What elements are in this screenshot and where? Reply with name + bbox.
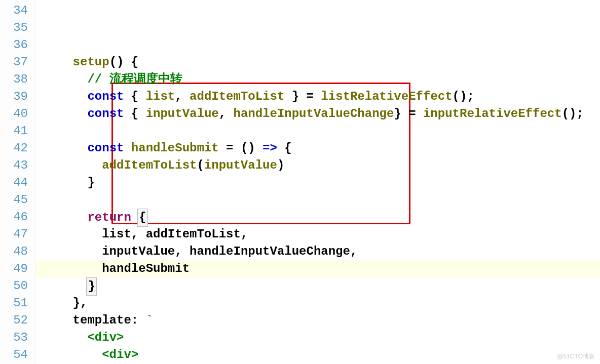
- code-editor[interactable]: 3435363738394041424344454647484950515253…: [0, 0, 600, 364]
- token-pun: () {: [109, 55, 139, 69]
- token-pun: [219, 141, 226, 155]
- code-line[interactable]: const handleSubmit = () => {: [44, 140, 600, 157]
- line-number: 35: [0, 19, 28, 36]
- token-pun: ,: [219, 107, 234, 120]
- token-prop: template: [73, 313, 131, 327]
- code-line[interactable]: addItemToList(inputValue): [44, 157, 600, 174]
- line-number: 45: [0, 191, 28, 209]
- code-line[interactable]: template: `: [44, 312, 600, 329]
- code-line[interactable]: }: [44, 277, 600, 295]
- token-pun: ): [277, 158, 284, 172]
- code-line[interactable]: [44, 123, 600, 140]
- token-pun: } =: [284, 90, 321, 103]
- line-number: 49: [0, 260, 28, 277]
- token-prop: handleInputValueChange: [190, 245, 350, 258]
- token-pun: ,: [175, 245, 190, 258]
- token-prop: addItemToList: [146, 227, 241, 241]
- code-line[interactable]: setup() {: [44, 54, 600, 71]
- token-fn: listRelativeEffect: [321, 90, 452, 103]
- token-prop: handleSubmit: [102, 262, 190, 275]
- token-pun: {: [277, 141, 292, 155]
- line-number: 36: [0, 36, 28, 54]
- token-pun: }: [86, 277, 96, 296]
- token-pun: } =: [394, 107, 423, 120]
- code-line[interactable]: },: [44, 295, 600, 312]
- token-var: inputValue: [204, 158, 277, 172]
- token-pun: ,: [241, 227, 248, 241]
- token-pun: {: [124, 107, 145, 120]
- token-tmpl: `: [146, 313, 153, 327]
- line-number: 53: [0, 329, 28, 346]
- code-line[interactable]: const { inputValue, handleInputValueChan…: [44, 105, 600, 123]
- line-number: 39: [0, 88, 28, 105]
- token-pun: (): [241, 141, 255, 155]
- token-prop: inputValue: [102, 245, 175, 258]
- code-line[interactable]: [44, 191, 600, 209]
- token-pun: }: [87, 176, 94, 189]
- token-prop: list: [102, 227, 131, 241]
- token-var: handleSubmit: [131, 141, 219, 155]
- code-line[interactable]: handleSubmit: [44, 260, 600, 277]
- code-line[interactable]: return {: [44, 209, 600, 226]
- token-var: inputValue: [146, 107, 219, 120]
- code-line[interactable]: inputValue, handleInputValueChange,: [44, 243, 600, 260]
- token-var: addItemToList: [190, 90, 284, 103]
- line-number: 37: [0, 54, 28, 71]
- token-tmpl: <div>: [87, 331, 124, 344]
- code-area[interactable]: setup() { // 流程调度中转 const { list, addIte…: [35, 0, 600, 364]
- line-number-gutter: 3435363738394041424344454647484950515253…: [0, 0, 35, 364]
- line-number: 51: [0, 295, 28, 312]
- line-number: 46: [0, 209, 28, 226]
- line-number: 42: [0, 140, 28, 157]
- watermark: @51CTO博客: [557, 352, 595, 361]
- token-pun: },: [73, 296, 88, 310]
- token-fn: inputRelativeEffect: [423, 107, 562, 120]
- token-var: list: [146, 90, 175, 103]
- token-pun: {: [124, 90, 145, 103]
- line-number: 40: [0, 105, 28, 123]
- code-line[interactable]: // 流程调度中转: [44, 71, 600, 88]
- token-pun: [255, 141, 262, 155]
- code-line[interactable]: }: [44, 174, 600, 191]
- token-pun: ,: [131, 227, 146, 241]
- token-pun: :: [131, 313, 146, 327]
- token-tmpl: <div>: [102, 348, 138, 361]
- code-line[interactable]: list, addItemToList,: [44, 226, 600, 243]
- token-op: =: [226, 141, 233, 155]
- token-fn: addItemToList: [102, 158, 197, 172]
- line-number: 38: [0, 71, 28, 88]
- line-number: 52: [0, 312, 28, 329]
- token-pun: {: [137, 209, 147, 227]
- code-line[interactable]: const { list, addItemToList } = listRela…: [44, 88, 600, 105]
- code-line[interactable]: <div>: [44, 346, 600, 363]
- line-number: 47: [0, 226, 28, 243]
- token-pun: ,: [350, 245, 357, 258]
- token-pun: ();: [562, 107, 584, 120]
- line-number: 43: [0, 157, 28, 174]
- token-pun: ();: [453, 90, 474, 103]
- line-number: 48: [0, 243, 28, 260]
- line-number: 34: [0, 2, 28, 19]
- line-number: 41: [0, 123, 28, 140]
- line-number: 44: [0, 174, 28, 191]
- token-kw: const: [87, 90, 124, 103]
- token-pun: [124, 141, 131, 155]
- token-kw: const: [87, 107, 124, 120]
- token-fn: setup: [73, 55, 109, 69]
- token-pun: (: [197, 158, 204, 172]
- token-var: handleInputValueChange: [234, 107, 394, 120]
- line-number: 50: [0, 277, 28, 295]
- token-cmt: // 流程调度中转: [87, 72, 182, 86]
- token-pun: [233, 141, 240, 155]
- token-kw: const: [87, 141, 124, 155]
- code-line[interactable]: <div>: [44, 329, 600, 346]
- token-kw: =>: [262, 141, 277, 155]
- line-number: 54: [0, 346, 28, 363]
- token-pun: ,: [175, 90, 190, 103]
- token-ret: return: [87, 211, 131, 224]
